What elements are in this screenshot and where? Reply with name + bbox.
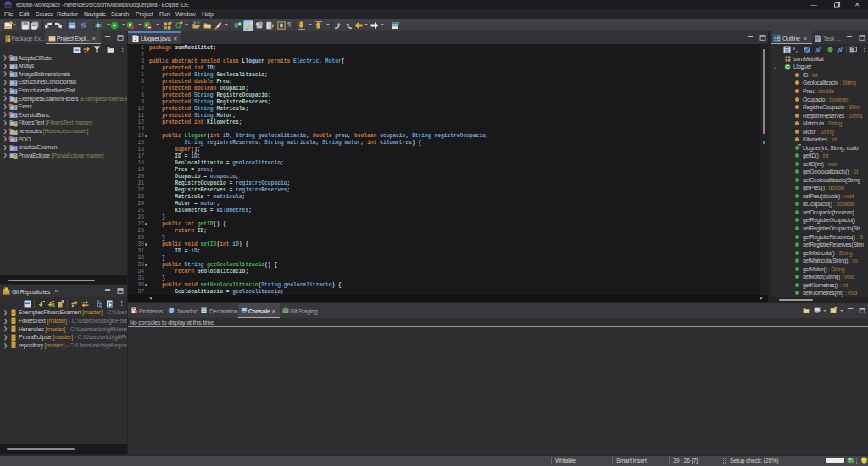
svg-text:J: J (13, 73, 15, 78)
svg-text:J: J (13, 56, 15, 61)
svg-text:J: J (13, 64, 15, 69)
svg-text:J: J (13, 137, 15, 142)
svg-text:s: s (820, 46, 821, 50)
svg-text:@: @ (170, 308, 175, 313)
svg-text:J: J (13, 80, 15, 86)
svg-text:z: z (796, 49, 798, 53)
svg-text:J: J (13, 114, 15, 119)
svg-text:J: J (13, 105, 15, 110)
svg-text:C: C (786, 64, 790, 69)
svg-text:J: J (134, 36, 136, 42)
svg-text:J: J (13, 146, 15, 151)
svg-text:J: J (13, 89, 15, 94)
